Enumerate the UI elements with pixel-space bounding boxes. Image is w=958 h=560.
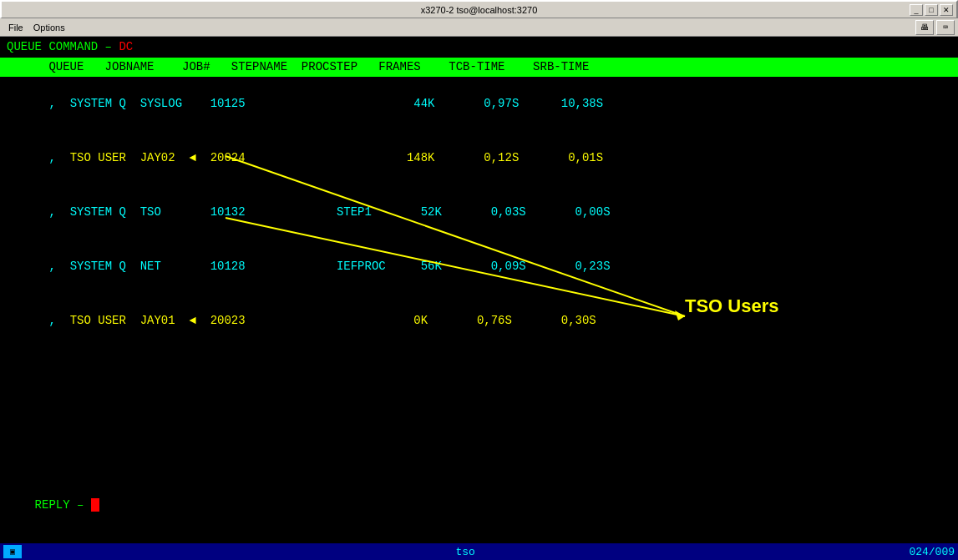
maximize-button[interactable]: □ [925,4,938,16]
minimize-button[interactable]: _ [910,4,923,16]
table-row: , SYSTEM Q SYSLOG 10125 44K 0,97S 10,38S [0,77,958,131]
window-controls: _ □ ✕ [910,4,953,16]
window-title: x3270-2 tso@localhost:3270 [421,5,538,15]
row-data: SYSTEM Q TSO 10132 STEP1 52K 0,03S 0,00S [56,205,611,219]
tso-users-annotation: TSO Users [685,295,779,317]
row-indicator: , [48,205,55,219]
row-data-tso2: TSO USER JAY01 ◄ 20023 0K 0,76S 0,30S [56,314,596,327]
reply-label: REPLY – [35,498,91,512]
table-row: , TSO USER JAY02 ◄ 20024 148K 0,12S 0,01… [0,131,958,185]
table-row: , SYSTEM Q NET 10128 IEFPROC 56K 0,09S 0… [0,240,958,294]
status-icon-block: ▣ [3,545,22,558]
reply-cursor[interactable] [91,498,99,512]
statusbar-left: ▣ [3,545,22,558]
table-row: , TSO USER JAY01 ◄ 20023 0K 0,76S 0,30S [0,294,958,348]
window-titlebar: x3270-2 tso@localhost:3270 _ □ ✕ [0,0,958,18]
keyboard-icon-button[interactable]: ⌨ [936,20,955,35]
table-row: , SYSTEM Q TSO 10132 STEP1 52K 0,03S 0,0… [0,185,958,240]
menubar-icons: 🖶 ⌨ [915,20,955,35]
header-dc-text: DC [119,40,133,53]
print-icon-button[interactable]: 🖶 [915,20,934,35]
statusbar-right: 024/009 [909,546,955,558]
row-data: SYSTEM Q NET 10128 IEFPROC 56K 0,09S 0,2… [56,260,611,273]
terminal-header-line: QUEUE COMMAND – DC [0,37,958,58]
statusbar: ▣ tso 024/009 [0,543,958,560]
status-icon: ▣ [10,547,15,557]
row-indicator: , [48,97,55,110]
row-indicator: , [48,151,55,164]
column-headers: QUEUE JOBNAME JOB# STEPNAME PROCSTEP FRA… [0,58,958,77]
menu-options[interactable]: Options [28,21,70,34]
row-indicator: , [48,314,55,327]
row-data-tso1: TSO USER JAY02 ◄ 20024 148K 0,12S 0,01S [56,151,603,164]
terminal-content: QUEUE COMMAND – DC QUEUE JOBNAME JOB# ST… [0,37,958,348]
menu-file[interactable]: File [3,21,28,34]
terminal: QUEUE COMMAND – DC QUEUE JOBNAME JOB# ST… [0,37,958,543]
row-indicator: , [48,260,55,273]
close-button[interactable]: ✕ [940,4,953,16]
statusbar-center: tso [22,546,909,558]
reply-line: REPLY – [0,483,106,527]
row-data: SYSTEM Q SYSLOG 10125 44K 0,97S 10,38S [56,97,603,110]
header-queue-text: QUEUE COMMAND – [7,40,119,53]
